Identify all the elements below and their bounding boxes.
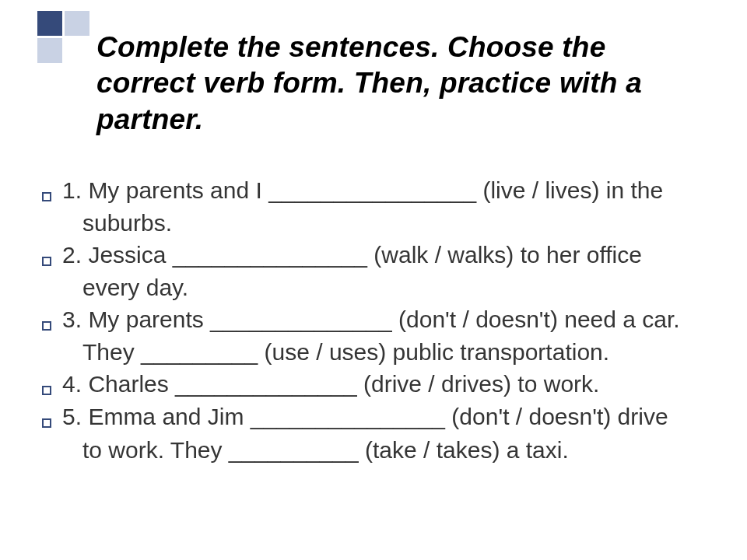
deco-sq [37, 38, 62, 63]
list-item: 5. Emma and Jim _______________ (don't /… [40, 401, 707, 433]
item-number: 4. [62, 371, 82, 397]
item-continuation: They _________ (use / uses) public trans… [40, 337, 707, 369]
bullet-icon [40, 240, 61, 271]
item-text: 2. Jessica _______________ (walk / walks… [61, 240, 707, 271]
list-item: 1. My parents and I ________________ (li… [40, 175, 707, 207]
item-line: Charles ______________ (drive / drives) … [88, 371, 599, 397]
item-text: 5. Emma and Jim _______________ (don't /… [61, 401, 707, 433]
exercise-list: 1. My parents and I ________________ (li… [40, 175, 707, 467]
list-item: 3. My parents ______________ (don't / do… [40, 304, 707, 336]
item-number: 1. [62, 177, 82, 203]
list-item: 4. Charles ______________ (drive / drive… [40, 369, 707, 401]
item-continuation: every day. [40, 272, 707, 304]
item-continuation: suburbs. [40, 208, 707, 240]
item-number: 3. [62, 306, 82, 332]
deco-sq [65, 11, 89, 36]
item-number: 5. [62, 404, 82, 429]
item-number: 2. [62, 242, 82, 268]
item-text: 4. Charles ______________ (drive / drive… [61, 369, 707, 401]
decorative-squares [37, 11, 92, 63]
bullet-icon [40, 304, 61, 336]
bullet-icon [40, 401, 61, 433]
bullet-icon [40, 369, 61, 401]
deco-sq [37, 11, 62, 36]
item-continuation: to work. They __________ (take / takes) … [40, 435, 707, 467]
item-text: 3. My parents ______________ (don't / do… [61, 304, 707, 336]
item-line: Emma and Jim _______________ (don't / do… [88, 404, 668, 429]
bullet-icon [40, 175, 61, 207]
slide-title: Complete the sentences. Choose the corre… [96, 30, 707, 138]
item-text: 1. My parents and I ________________ (li… [61, 175, 707, 207]
item-line: My parents ______________ (don't / doesn… [88, 306, 679, 332]
slide-content: Complete the sentences. Choose the corre… [0, 0, 747, 466]
item-line: My parents and I ________________ (live … [88, 177, 663, 203]
item-line: Jessica _______________ (walk / walks) t… [88, 242, 642, 268]
list-item: 2. Jessica _______________ (walk / walks… [40, 240, 707, 271]
